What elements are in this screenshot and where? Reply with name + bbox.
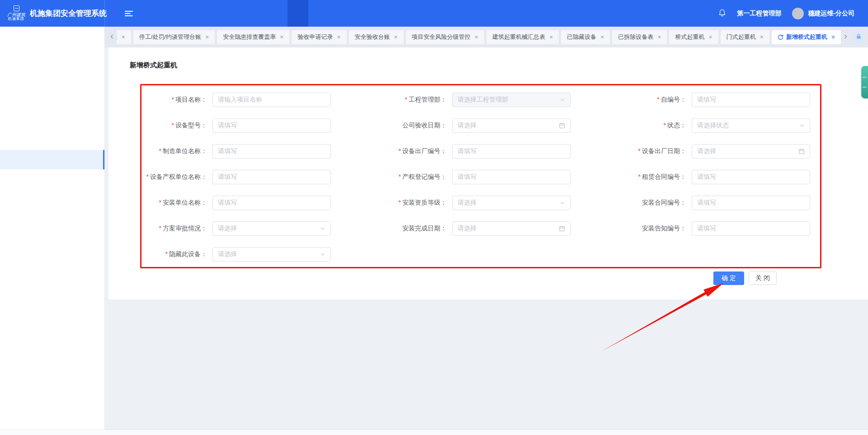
field-input[interactable]: 请填写 <box>692 221 810 236</box>
nav-menu-item[interactable] <box>288 0 308 27</box>
field-label-text: 隐藏此设备： <box>169 250 207 257</box>
horizontal-scrollbar[interactable] <box>0 430 868 435</box>
required-mark: * <box>399 147 401 154</box>
tab-close-icon[interactable]: × <box>600 34 604 40</box>
sidebar-item[interactable] <box>0 150 104 169</box>
sidebar-item[interactable] <box>0 33 104 53</box>
nav-menu-item[interactable] <box>204 0 225 27</box>
sidebar-item[interactable] <box>0 111 104 131</box>
app-logo: 广州建筑 机施集团 机施集团安全管理系统 <box>0 0 105 27</box>
tab-label: 新增桥式起重机 <box>786 33 827 41</box>
tab-close-icon[interactable]: × <box>280 34 283 40</box>
field-label: *产权登记编号： <box>331 173 447 181</box>
tabs-scroll-right-button[interactable] <box>841 33 850 41</box>
tab-close-icon[interactable]: × <box>760 34 764 40</box>
form-field: *隐藏此设备： 请选择 <box>143 247 331 262</box>
form-field: *安装资质等级： 请选择 <box>331 196 571 210</box>
tab-close-icon[interactable]: × <box>337 34 340 40</box>
tabs-scroll-left-button[interactable] <box>108 33 117 41</box>
tab[interactable]: 台账 × <box>117 30 131 44</box>
avatar <box>792 8 804 19</box>
field-input[interactable]: 请填写 <box>212 170 331 184</box>
field-input[interactable]: 请填写 <box>212 118 331 133</box>
nav-menu-item[interactable] <box>267 0 288 27</box>
field-placeholder: 请填写 <box>218 147 326 155</box>
tab[interactable]: 停工/处罚/约谈管理台账 × <box>133 30 215 44</box>
sidebar-item[interactable] <box>0 131 104 150</box>
chevron-right-icon <box>843 33 848 41</box>
sidebar-item[interactable] <box>0 92 104 111</box>
field-label-text: 制造单位名称： <box>163 147 207 154</box>
tab[interactable]: 安全隐患排查覆盖率 × <box>217 30 289 44</box>
field-input[interactable]: 请填写 <box>212 144 331 159</box>
nav-menu-item[interactable] <box>142 0 163 27</box>
tab[interactable]: 项目安全风险分级管控 × <box>406 30 484 44</box>
required-mark: * <box>159 225 161 232</box>
chevron-down-icon <box>320 252 326 257</box>
field-input[interactable]: 请填写 <box>212 196 331 210</box>
tab[interactable]: 新增桥式起重机 × <box>772 30 841 44</box>
tab[interactable]: 桥式起重机 × <box>669 30 718 44</box>
tab-close-icon[interactable]: × <box>657 34 661 40</box>
nav-menu-item[interactable] <box>225 0 246 27</box>
tab-close-icon[interactable]: × <box>549 34 553 40</box>
nav-menu-item[interactable] <box>246 0 267 27</box>
tab[interactable]: 验收申请记录 × <box>292 30 346 44</box>
tab-close-icon[interactable]: × <box>831 34 835 40</box>
confirm-button[interactable]: 确 定 <box>713 271 744 285</box>
tab-close-icon[interactable]: × <box>205 34 209 40</box>
field-input[interactable]: 请选择 <box>692 144 810 159</box>
nav-menu-item[interactable] <box>308 0 329 27</box>
tab-close-icon[interactable]: × <box>475 34 478 40</box>
field-input[interactable]: 请填写 <box>452 170 571 184</box>
tab[interactable]: 已拆除设备表 × <box>612 30 667 44</box>
sidebar-item[interactable] <box>0 169 104 189</box>
sidebar-item[interactable] <box>0 189 104 208</box>
nav-menu-item[interactable] <box>184 0 204 27</box>
tab-close-icon[interactable]: × <box>394 34 398 40</box>
field-label: *安装告知编号： <box>571 225 686 233</box>
field-input[interactable]: 请输入项目名称 <box>212 93 331 107</box>
field-input[interactable]: 请填写 <box>692 196 810 210</box>
field-placeholder: 请选择 <box>458 225 555 233</box>
sidebar-item[interactable] <box>0 53 104 72</box>
tab[interactable]: 安全验收台账 × <box>349 30 404 44</box>
field-input[interactable]: 请填写 <box>692 170 810 184</box>
field-input[interactable]: 请选择工程管理部 <box>452 93 571 107</box>
field-input[interactable]: 请填写 <box>692 93 810 107</box>
field-label: *公司验收日期： <box>331 122 447 130</box>
notification-button[interactable] <box>718 9 726 18</box>
tab-close-icon[interactable]: × <box>708 34 712 40</box>
field-input[interactable]: 请选择状态 <box>692 118 810 133</box>
field-input[interactable]: 请选择 <box>452 221 571 236</box>
field-input[interactable]: 请选择 <box>452 196 571 210</box>
sidebar-collapse-button[interactable] <box>105 0 142 27</box>
tabs-lock-button[interactable] <box>853 31 864 43</box>
close-button[interactable]: 关 闭 <box>749 271 777 285</box>
tab[interactable]: 建筑起重机械汇总表 × <box>486 30 559 44</box>
field-placeholder: 请填写 <box>697 96 805 104</box>
sidebar-item[interactable] <box>0 72 104 92</box>
main-nav <box>142 0 371 27</box>
tab-label: 安全验收台账 <box>355 33 390 41</box>
form-field: *安装完成日期： 请选择 <box>331 221 571 236</box>
form-field: *状态： 请选择状态 <box>571 118 810 133</box>
field-input[interactable]: 请选择 <box>212 221 331 236</box>
user-menu[interactable]: 穗建运维-分公司 <box>792 8 854 19</box>
tab[interactable]: 已隐藏设备 × <box>561 30 610 44</box>
field-input[interactable]: 请选择 <box>212 247 331 262</box>
form-field: *安装合同编号： 请填写 <box>571 196 810 210</box>
nav-menu-item[interactable] <box>163 0 184 27</box>
field-input[interactable]: 请填写 <box>452 144 571 159</box>
tab[interactable]: 门式起重机 × <box>721 30 769 44</box>
refresh-icon[interactable] <box>778 34 783 40</box>
field-input[interactable]: 请选择 <box>452 118 571 133</box>
department-selector[interactable]: 第一工程管理部 <box>737 9 781 18</box>
field-label-text: 自编号： <box>661 96 686 103</box>
floating-widget[interactable] <box>861 66 868 98</box>
tab-close-icon[interactable]: × <box>122 34 125 40</box>
nav-menu-item[interactable] <box>350 0 371 27</box>
nav-menu-item[interactable] <box>329 0 350 27</box>
field-label: *设备出厂编号： <box>331 147 447 155</box>
lock-icon <box>856 33 862 41</box>
